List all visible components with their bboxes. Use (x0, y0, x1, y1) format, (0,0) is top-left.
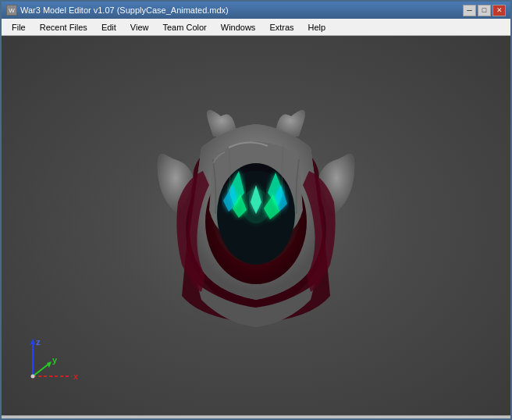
svg-marker-6 (30, 339, 35, 344)
menu-team-color[interactable]: Team Color (156, 20, 214, 34)
maximize-button[interactable]: □ (478, 5, 491, 16)
window-title: War3 Model Editor v1.07 (SupplyCase_Anim… (20, 5, 229, 15)
axes-indicator: z y x (17, 337, 80, 392)
model-svg (100, 77, 412, 374)
main-window: W War3 Model Editor v1.07 (SupplyCase_An… (0, 0, 512, 420)
menu-view[interactable]: View (123, 20, 156, 34)
viewport[interactable]: z y x (2, 36, 510, 415)
svg-line-8 (33, 363, 50, 376)
model-display: z y x (2, 36, 510, 415)
menu-windows[interactable]: Windows (214, 20, 263, 34)
title-controls: ─ □ ✕ (463, 5, 506, 16)
window-icon: W (6, 5, 17, 16)
menu-file[interactable]: File (5, 20, 33, 34)
svg-point-4 (213, 171, 299, 265)
minimize-button[interactable]: ─ (463, 5, 476, 16)
menu-help[interactable]: Help (301, 20, 333, 34)
title-bar: W War3 Model Editor v1.07 (SupplyCase_An… (2, 2, 510, 19)
menu-extras[interactable]: Extras (262, 20, 300, 34)
status-bar (2, 415, 510, 418)
menu-recent-files[interactable]: Recent Files (33, 20, 94, 34)
title-bar-left: W War3 Model Editor v1.07 (SupplyCase_An… (6, 5, 229, 16)
menu-edit[interactable]: Edit (94, 20, 123, 34)
svg-text:x: x (73, 372, 79, 381)
svg-point-13 (31, 375, 35, 379)
menu-bar: File Recent Files Edit View Team Color W… (2, 19, 510, 36)
svg-text:y: y (52, 355, 58, 365)
svg-text:z: z (36, 337, 41, 347)
close-button[interactable]: ✕ (492, 5, 506, 16)
